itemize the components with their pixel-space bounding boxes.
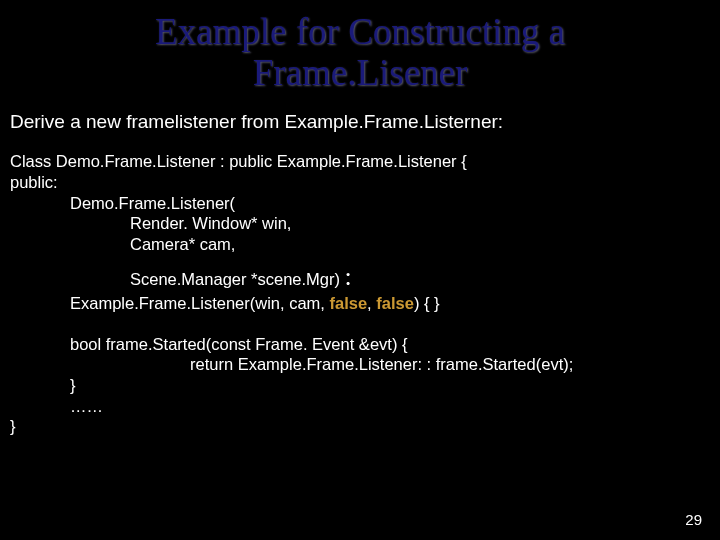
subtitle: Derive a new framelistener from Example.…: [10, 111, 720, 133]
slide-title: Example for Constructing a Frame.Lisener: [0, 12, 720, 93]
code-line: Class Demo.Frame.Listener : public Examp…: [10, 151, 720, 172]
code-line: }: [70, 375, 720, 396]
keyword-false: false: [330, 294, 368, 312]
code-line: Demo.Frame.Listener(: [70, 193, 720, 214]
code-block: Class Demo.Frame.Listener : public Examp…: [10, 151, 720, 436]
code-line: Render. Window* win,: [130, 213, 720, 234]
code-line: bool frame.Started(const Frame. Event &e…: [70, 334, 720, 355]
code-line: ……: [70, 396, 720, 417]
code-line: Camera* cam,: [130, 234, 720, 255]
keyword-false: false: [376, 294, 414, 312]
page-number: 29: [685, 511, 702, 528]
code-line: }: [10, 416, 720, 437]
title-line-1: Example for Constructing a: [155, 11, 565, 52]
code-line: Scene.Manager *scene.Mgr) :: [130, 261, 720, 294]
code-line: public:: [10, 172, 720, 193]
code-line: Example.Frame.Listener(win, cam, false, …: [70, 293, 720, 314]
title-line-2: Frame.Lisener: [253, 52, 468, 93]
code-line: return Example.Frame.Listener: : frame.S…: [190, 354, 720, 375]
